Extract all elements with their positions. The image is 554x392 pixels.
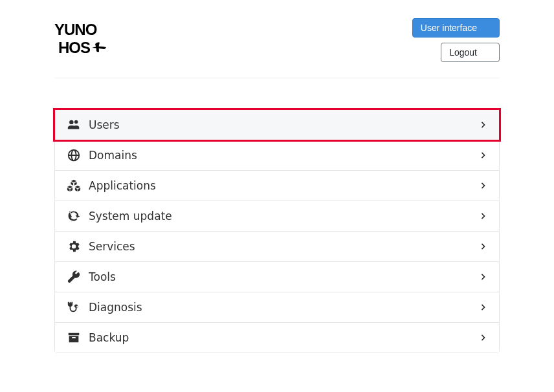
chevron-right-icon <box>478 302 489 312</box>
svg-text:YUNO: YUNO <box>54 21 97 38</box>
menu-item-label: Services <box>89 240 478 253</box>
header: YUNO HOS User interface Logout <box>54 18 500 78</box>
menu-item-domains[interactable]: Domains <box>55 140 499 170</box>
signout-icon <box>482 48 491 57</box>
chevron-right-icon <box>478 272 489 282</box>
globe-icon <box>65 148 82 162</box>
menu-item-services[interactable]: Services <box>55 232 499 261</box>
menu-item-label: Backup <box>89 331 478 344</box>
chevron-right-icon <box>478 241 489 252</box>
menu-item-tools[interactable]: Tools <box>55 262 499 292</box>
svg-text:HOS: HOS <box>58 39 91 56</box>
menu-item-label: Domains <box>89 149 478 162</box>
logout-button[interactable]: Logout <box>441 43 500 62</box>
user-interface-button[interactable]: User interface <box>412 18 500 38</box>
menu-row-domains: Domains <box>55 140 499 170</box>
chevron-right-icon <box>478 120 489 130</box>
refresh-icon <box>65 209 82 223</box>
menu-row-services: Services <box>55 231 499 261</box>
logout-label: Logout <box>449 48 477 57</box>
menu-item-users[interactable]: Users <box>55 110 499 140</box>
chevron-right-icon <box>478 150 489 160</box>
steth-icon <box>65 300 82 314</box>
chevron-right-icon <box>478 211 489 221</box>
chevron-right-icon <box>478 332 489 343</box>
users-icon <box>65 118 82 132</box>
menu-item-label: System update <box>89 210 478 223</box>
menu-item-label: Applications <box>89 179 478 192</box>
menu-row-applications: Applications <box>55 170 499 201</box>
menu-row-diagnosis: Diagnosis <box>55 292 499 322</box>
menu-item-diagnosis[interactable]: Diagnosis <box>55 292 499 322</box>
cubes-icon <box>65 179 82 193</box>
gear-icon <box>65 239 82 254</box>
admin-menu: UsersDomainsApplicationsSystem updateSer… <box>54 109 500 353</box>
menu-item-label: Users <box>89 118 478 131</box>
menu-item-label: Tools <box>89 270 478 283</box>
wrench-icon <box>65 270 82 284</box>
archive-icon <box>65 331 82 345</box>
menu-item-label: Diagnosis <box>89 301 478 314</box>
menu-item-applications[interactable]: Applications <box>55 171 499 201</box>
menu-item-update[interactable]: System update <box>55 201 499 231</box>
menu-row-update: System update <box>55 201 499 231</box>
menu-item-backup[interactable]: Backup <box>55 323 499 353</box>
menu-row-users: Users <box>55 110 499 140</box>
menu-row-tools: Tools <box>55 261 499 292</box>
logo: YUNO HOS <box>54 18 110 60</box>
user-icon <box>482 23 491 32</box>
chevron-right-icon <box>478 180 489 191</box>
user-interface-label: User interface <box>421 23 477 32</box>
menu-row-backup: Backup <box>55 322 499 353</box>
